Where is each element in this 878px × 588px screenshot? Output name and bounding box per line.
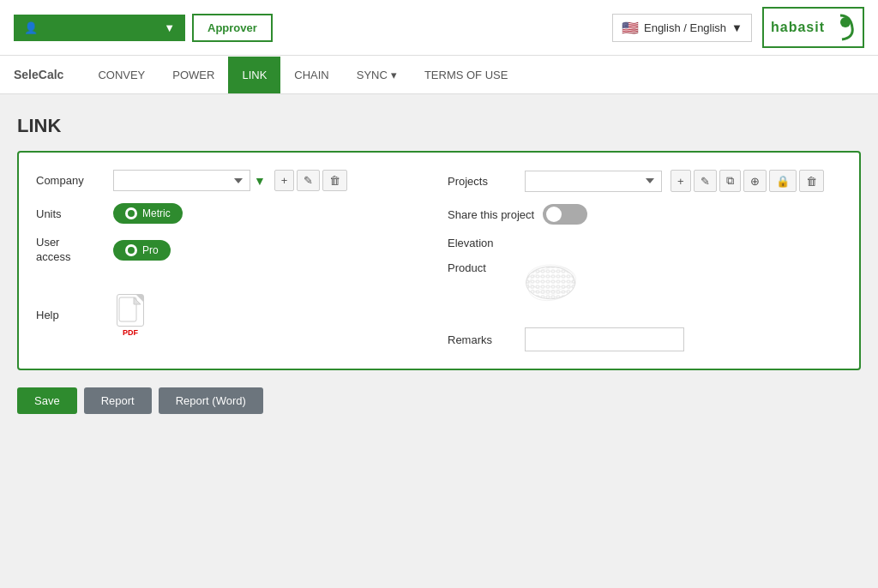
company-add-button[interactable]: + bbox=[274, 170, 295, 191]
projects-row: Projects + ✎ ⧉ ⊕ 🔒 🗑 bbox=[448, 170, 842, 192]
right-section: Projects + ✎ ⧉ ⊕ 🔒 🗑 bbox=[448, 170, 842, 351]
card-grid: Company ▼ + ✎ 🗑 Units bbox=[36, 170, 842, 351]
projects-add-button[interactable]: + bbox=[671, 170, 691, 192]
pdf-icon-button[interactable]: PDF bbox=[113, 294, 147, 337]
share-toggle[interactable]: Off bbox=[543, 204, 587, 225]
filter-icon[interactable]: ▼ bbox=[254, 174, 266, 188]
projects-edit-button[interactable]: ✎ bbox=[694, 170, 717, 192]
product-row: Product bbox=[448, 261, 842, 307]
user-access-toggle-button[interactable]: Pro bbox=[113, 240, 171, 261]
projects-lock-button[interactable]: 🔒 bbox=[769, 170, 797, 192]
remarks-label: Remarks bbox=[448, 333, 516, 346]
units-value: Metric bbox=[142, 207, 171, 219]
user-access-row: Useraccess Pro bbox=[36, 236, 430, 265]
main-card: Company ▼ + ✎ 🗑 Units bbox=[17, 151, 861, 370]
language-selector[interactable]: 🇺🇸 English / English ▼ bbox=[612, 14, 752, 42]
product-mesh-icon bbox=[525, 261, 576, 304]
report-button[interactable]: Report bbox=[84, 387, 152, 414]
remarks-row: Remarks bbox=[448, 327, 842, 351]
projects-btn-group: + ✎ ⧉ ⊕ 🔒 🗑 bbox=[671, 170, 824, 192]
user-icon: 👤 bbox=[24, 21, 38, 34]
toggle-slider: Off bbox=[543, 204, 587, 225]
help-row: Help PDF bbox=[36, 294, 430, 337]
user-dropdown-arrow: ▼ bbox=[164, 21, 175, 34]
units-row: Units Metric bbox=[36, 203, 430, 224]
pdf-label-text: PDF bbox=[123, 328, 138, 337]
top-bar-left: 👤 ▼ Approver bbox=[14, 14, 273, 42]
share-label: Share this project bbox=[448, 208, 534, 221]
top-bar-right: 🇺🇸 English / English ▼ habasit bbox=[612, 7, 864, 48]
elevation-label: Elevation bbox=[448, 237, 516, 249]
sync-arrow-icon: ▾ bbox=[391, 69, 397, 81]
nav-brand: SeleCalc bbox=[14, 56, 77, 93]
language-flag: 🇺🇸 bbox=[622, 20, 639, 36]
main-content: LINK Company ▼ + ✎ 🗑 bbox=[0, 94, 878, 571]
user-access-dot bbox=[125, 244, 137, 256]
bottom-actions: Save Report Report (Word) bbox=[17, 387, 861, 414]
projects-select-container bbox=[525, 171, 662, 192]
company-select-container: ▼ bbox=[113, 170, 266, 191]
nav-item-power[interactable]: POWER bbox=[159, 57, 228, 93]
units-toggle-dot bbox=[125, 207, 137, 219]
projects-clone-button[interactable]: ⊕ bbox=[743, 170, 767, 192]
save-button[interactable]: Save bbox=[17, 387, 77, 414]
company-select[interactable] bbox=[113, 170, 250, 191]
elevation-row: Elevation bbox=[448, 237, 842, 249]
company-btn-group: + ✎ 🗑 bbox=[274, 170, 348, 191]
habasit-logo-box: habasit bbox=[762, 7, 864, 48]
nav-item-convey[interactable]: CONVEY bbox=[84, 57, 159, 93]
approver-button[interactable]: Approver bbox=[192, 14, 273, 42]
projects-select[interactable] bbox=[525, 171, 662, 192]
nav-item-link[interactable]: LINK bbox=[228, 57, 280, 93]
pdf-file-svg bbox=[118, 297, 142, 324]
projects-copy-button[interactable]: ⧉ bbox=[719, 170, 741, 192]
product-label: Product bbox=[448, 261, 516, 274]
product-mesh-container bbox=[525, 261, 576, 307]
company-edit-button[interactable]: ✎ bbox=[297, 170, 320, 191]
projects-label: Projects bbox=[448, 175, 516, 188]
habasit-logo-text: habasit bbox=[771, 20, 825, 35]
pdf-icon-image bbox=[117, 294, 144, 327]
nav-item-terms[interactable]: TERMS OF USE bbox=[411, 57, 522, 93]
projects-delete-button[interactable]: 🗑 bbox=[799, 170, 824, 192]
help-label: Help bbox=[36, 309, 105, 321]
share-toggle-container: Off bbox=[543, 204, 587, 225]
user-dropdown[interactable]: 👤 ▼ bbox=[14, 15, 185, 41]
user-access-label: Useraccess bbox=[36, 236, 105, 265]
units-toggle-button[interactable]: Metric bbox=[113, 203, 183, 224]
company-row: Company ▼ + ✎ 🗑 bbox=[36, 170, 430, 191]
page-title: LINK bbox=[17, 115, 861, 137]
sync-label: SYNC bbox=[357, 69, 388, 81]
nav-item-chain[interactable]: CHAIN bbox=[280, 57, 342, 93]
remarks-input[interactable] bbox=[525, 327, 684, 351]
language-label: English / English bbox=[644, 21, 726, 34]
left-section: Company ▼ + ✎ 🗑 Units bbox=[36, 170, 430, 351]
company-label: Company bbox=[36, 174, 105, 187]
report-word-button[interactable]: Report (Word) bbox=[159, 387, 263, 414]
top-bar: 👤 ▼ Approver 🇺🇸 English / English ▼ haba… bbox=[0, 0, 878, 56]
user-access-value: Pro bbox=[142, 244, 159, 256]
svg-point-0 bbox=[840, 17, 851, 27]
toggle-off-label: Off bbox=[548, 209, 560, 219]
language-arrow: ▼ bbox=[731, 21, 743, 34]
nav-item-sync[interactable]: SYNC ▾ bbox=[343, 57, 411, 93]
habasit-logo-arc bbox=[825, 12, 856, 43]
nav-bar: SeleCalc CONVEY POWER LINK CHAIN SYNC ▾ … bbox=[0, 56, 878, 94]
share-row: Share this project Off bbox=[448, 204, 842, 225]
units-label: Units bbox=[36, 207, 105, 220]
company-delete-button[interactable]: 🗑 bbox=[322, 170, 347, 191]
